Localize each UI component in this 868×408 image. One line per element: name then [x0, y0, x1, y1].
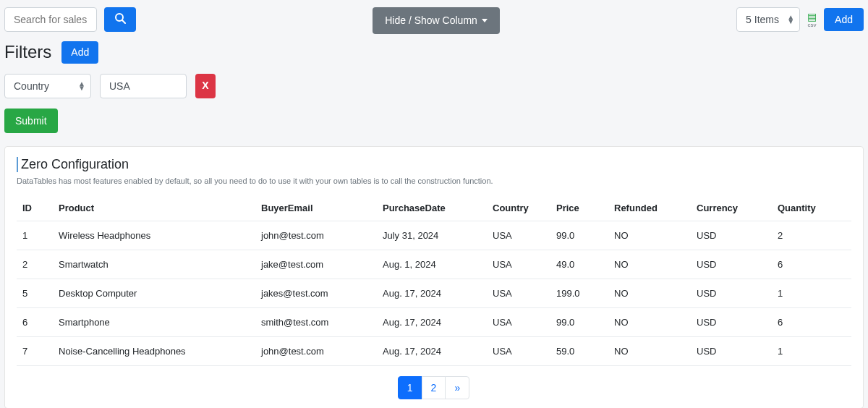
cell-product: Smartwatch [53, 250, 255, 279]
cell-date: Aug. 1, 2024 [377, 250, 487, 279]
cell-country: USA [487, 221, 550, 250]
page-2[interactable]: 2 [422, 376, 446, 399]
cell-quantity: 6 [772, 250, 851, 279]
cell-refunded: NO [608, 221, 691, 250]
add-button[interactable]: Add [824, 8, 864, 32]
table-row: 1Wireless Headphonesjohn@test.comJuly 31… [17, 221, 851, 250]
cell-refunded: NO [608, 279, 691, 308]
cell-price: 49.0 [550, 250, 608, 279]
cell-id: 7 [17, 337, 53, 366]
items-per-page-select-inner[interactable]: 5 Items [736, 7, 800, 32]
card-description: DataTables has most features enabled by … [17, 177, 851, 185]
items-per-page-select[interactable]: 5 Items ▲▼ [736, 7, 800, 32]
pagination: 12» [17, 376, 851, 399]
cell-id: 1 [17, 221, 53, 250]
hide-show-column-button[interactable]: Hide / Show Column [373, 7, 500, 34]
table-row: 6Smartphonesmith@test.comAug. 17, 2024US… [17, 308, 851, 337]
th-quantity[interactable]: Quantity [772, 195, 851, 221]
search-icon [114, 12, 126, 27]
table-row: 2Smartwatchjake@test.comAug. 1, 2024USA4… [17, 250, 851, 279]
cell-country: USA [487, 250, 550, 279]
filter-value-input[interactable] [100, 74, 187, 98]
cell-price: 199.0 [550, 279, 608, 308]
cell-currency: USD [691, 308, 772, 337]
th-price[interactable]: Price [550, 195, 608, 221]
page-1[interactable]: 1 [398, 376, 422, 399]
cell-refunded: NO [608, 337, 691, 366]
cell-email: smith@test.com [255, 308, 377, 337]
submit-filters-button[interactable]: Submit [4, 109, 58, 134]
csv-label: csv [808, 22, 817, 28]
sales-table: ID Product BuyerEmail PurchaseDate Count… [17, 195, 851, 366]
cell-country: USA [487, 279, 550, 308]
search-button[interactable] [104, 7, 136, 32]
cell-refunded: NO [608, 250, 691, 279]
export-csv-button[interactable]: ▤ csv [807, 12, 817, 28]
cell-date: Aug. 17, 2024 [377, 308, 487, 337]
cell-currency: USD [691, 279, 772, 308]
cell-quantity: 6 [772, 308, 851, 337]
th-country[interactable]: Country [487, 195, 550, 221]
cell-product: Wireless Headphones [53, 221, 255, 250]
th-product[interactable]: Product [53, 195, 255, 221]
cell-quantity: 2 [772, 221, 851, 250]
th-refunded[interactable]: Refunded [608, 195, 691, 221]
cell-email: jake@test.com [255, 250, 377, 279]
cell-product: Desktop Computer [53, 279, 255, 308]
cell-quantity: 1 [772, 337, 851, 366]
cell-id: 2 [17, 250, 53, 279]
search-input[interactable] [4, 7, 97, 32]
cell-country: USA [487, 337, 550, 366]
cell-refunded: NO [608, 308, 691, 337]
card-title: Zero Configuration [17, 157, 851, 172]
cell-product: Noise-Cancelling Headphones [53, 337, 255, 366]
add-filter-button[interactable]: Add [61, 41, 98, 64]
th-id[interactable]: ID [17, 195, 53, 221]
cell-price: 99.0 [550, 308, 608, 337]
cell-date: July 31, 2024 [377, 221, 487, 250]
svg-line-1 [122, 20, 125, 23]
chevron-down-icon [482, 19, 488, 22]
cell-currency: USD [691, 250, 772, 279]
page-next[interactable]: » [445, 376, 469, 399]
cell-id: 6 [17, 308, 53, 337]
cell-currency: USD [691, 337, 772, 366]
th-date[interactable]: PurchaseDate [377, 195, 487, 221]
cell-email: john@test.com [255, 221, 377, 250]
filters-heading: Filters [4, 42, 51, 62]
cell-quantity: 1 [772, 279, 851, 308]
filter-field-select[interactable]: Country ▲▼ [4, 74, 91, 98]
data-card: Zero Configuration DataTables has most f… [4, 146, 864, 408]
table-row: 7Noise-Cancelling Headphonesjohn@test.co… [17, 337, 851, 366]
cell-email: jakes@test.com [255, 279, 377, 308]
spreadsheet-icon: ▤ [807, 12, 817, 22]
cell-email: john@test.com [255, 337, 377, 366]
table-row: 5Desktop Computerjakes@test.comAug. 17, … [17, 279, 851, 308]
th-currency[interactable]: Currency [691, 195, 772, 221]
cell-price: 59.0 [550, 337, 608, 366]
cell-product: Smartphone [53, 308, 255, 337]
th-email[interactable]: BuyerEmail [255, 195, 377, 221]
filter-field-select-inner[interactable]: Country [4, 74, 91, 98]
cell-currency: USD [691, 221, 772, 250]
cell-country: USA [487, 308, 550, 337]
cell-id: 5 [17, 279, 53, 308]
table-header-row: ID Product BuyerEmail PurchaseDate Count… [17, 195, 851, 221]
cell-date: Aug. 17, 2024 [377, 337, 487, 366]
cell-date: Aug. 17, 2024 [377, 279, 487, 308]
cell-price: 99.0 [550, 221, 608, 250]
hide-show-column-label: Hide / Show Column [385, 14, 477, 27]
filter-row: Country ▲▼ X [4, 74, 864, 98]
remove-filter-button[interactable]: X [195, 74, 216, 98]
